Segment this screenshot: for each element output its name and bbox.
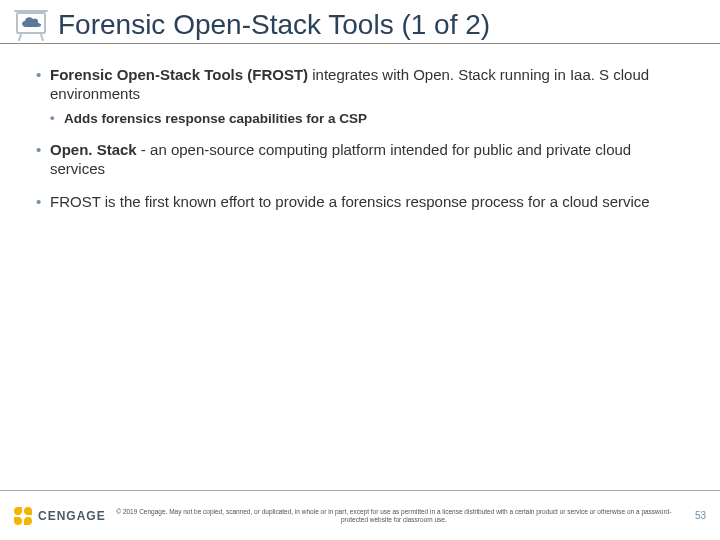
cloud-presentation-icon	[12, 11, 50, 39]
bullet-rest: - an open-source computing platform inte…	[50, 141, 631, 177]
bullet-lead: Open. Stack	[50, 141, 137, 158]
slide-body: Forensic Open-Stack Tools (FROST) integr…	[0, 44, 720, 540]
brand: CENGAGE	[14, 507, 106, 525]
bullet-item: FROST is the first known effort to provi…	[36, 193, 684, 212]
copyright-text: © 2019 Cengage. May not be copied, scann…	[106, 508, 682, 523]
bullet-lead: FROST is the first known effort to provi…	[50, 193, 650, 210]
slide: Forensic Open-Stack Tools (1 of 2) Foren…	[0, 0, 720, 540]
bullet-item: Forensic Open-Stack Tools (FROST) integr…	[36, 66, 684, 127]
brand-logo-icon	[14, 507, 32, 525]
bullet-item: Open. Stack - an open-source computing p…	[36, 141, 684, 179]
bullet-lead: Forensic Open-Stack Tools (FROST)	[50, 66, 308, 83]
sub-bullet-item: Adds forensics response capabilities for…	[50, 110, 684, 128]
cloud-icon	[19, 15, 43, 29]
page-number: 53	[682, 510, 706, 521]
sub-bullet-text: Adds forensics response capabilities for…	[64, 111, 367, 126]
slide-title: Forensic Open-Stack Tools (1 of 2)	[58, 10, 490, 39]
slide-footer: CENGAGE © 2019 Cengage. May not be copie…	[0, 490, 720, 540]
slide-header: Forensic Open-Stack Tools (1 of 2)	[0, 0, 720, 44]
brand-name: CENGAGE	[38, 509, 106, 523]
